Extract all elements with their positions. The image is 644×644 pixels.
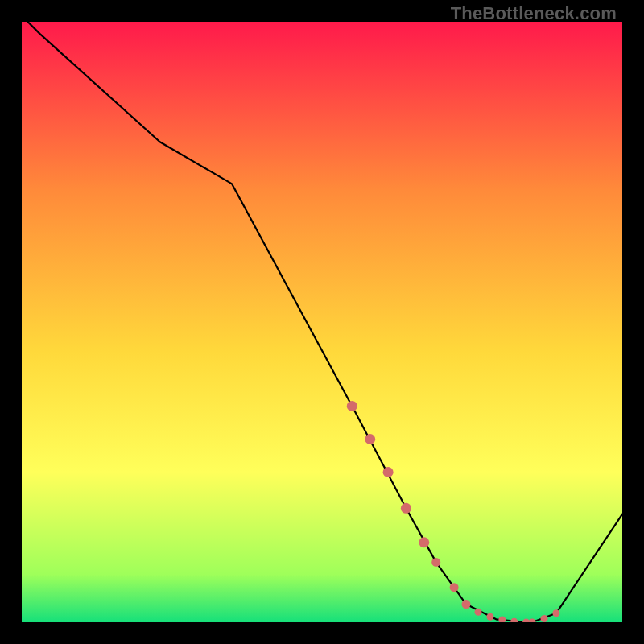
chart-area	[22, 22, 622, 622]
branding-watermark: TheBottleneck.com	[451, 3, 617, 24]
gradient-background	[22, 22, 622, 622]
svg-rect-0	[22, 22, 622, 622]
